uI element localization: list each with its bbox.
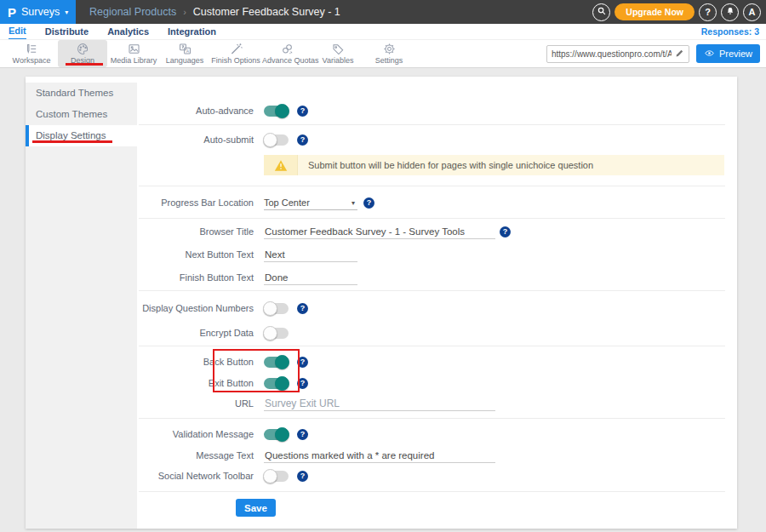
- next-button-text-input[interactable]: [264, 248, 357, 262]
- toolbar-right: Preview: [546, 44, 766, 63]
- help-icon[interactable]: ?: [297, 134, 308, 146]
- setting-row-display-question-numbers: Display Question Numbers?: [137, 300, 737, 315]
- social-network-toolbar-label: Social Network Toolbar: [137, 469, 254, 483]
- setting-row-encrypt-data: Encrypt Data: [137, 325, 737, 340]
- toolbar-item-languages[interactable]: A Languages: [160, 40, 209, 67]
- breadcrumb-parent[interactable]: Regional Products: [89, 6, 176, 18]
- breadcrumb-separator-icon: ›: [183, 7, 186, 17]
- toolbar-item-advance-quotas[interactable]: Advance Quotas: [262, 40, 312, 67]
- finish-button-text-label: Finish Button Text: [137, 271, 254, 285]
- nav-tab-integration[interactable]: Integration: [168, 25, 216, 39]
- auto-submit-label: Auto-submit: [137, 133, 254, 147]
- annotation-back-exit-highlight-box: [213, 349, 300, 392]
- brand-product-label: Surveys: [21, 6, 60, 18]
- toolbar-item-settings[interactable]: Settings: [364, 40, 414, 67]
- help-icon[interactable]: ?: [297, 471, 308, 482]
- sidebar-item-display-settings[interactable]: Display Settings: [26, 125, 137, 146]
- advance-quotas-icon: [262, 42, 312, 56]
- avatar-button[interactable]: A: [743, 3, 761, 21]
- eye-icon: [704, 48, 715, 60]
- next-button-text-label: Next Button Text: [137, 248, 254, 262]
- auto-advance-label: Auto-advance: [137, 104, 254, 118]
- display-settings-card: Standard Themes Custom Themes Display Se…: [26, 77, 737, 529]
- survey-nav: Edit Distribute Analytics Integration Re…: [0, 24, 766, 40]
- setting-row-next-button-text: Next Button Text: [137, 247, 737, 261]
- survey-url-box: [546, 45, 689, 63]
- variables-icon: [313, 42, 363, 56]
- languages-icon: A: [160, 42, 209, 56]
- divider: [139, 346, 725, 346]
- help-icon[interactable]: ?: [297, 429, 308, 440]
- chevron-down-icon: ▾: [352, 196, 355, 210]
- upgrade-now-button[interactable]: Upgrade Now: [615, 3, 695, 20]
- toolbar-item-media-library[interactable]: Media Library: [109, 40, 158, 67]
- nav-tab-distribute[interactable]: Distribute: [45, 25, 89, 39]
- browser-title-label: Browser Title: [137, 225, 254, 239]
- preview-button[interactable]: Preview: [696, 44, 760, 63]
- toolbar-item-finish-options[interactable]: Finish Options: [211, 40, 260, 67]
- annotation-display-settings-underline: [32, 140, 112, 143]
- responses-count[interactable]: Responses: 3: [701, 26, 759, 37]
- progress-bar-location-select[interactable]: Top Center▾: [264, 196, 357, 210]
- setting-row-auto-advance: Auto-advance?: [137, 103, 737, 117]
- divider: [139, 491, 725, 492]
- edit-pencil-icon[interactable]: [675, 46, 684, 61]
- divider: [139, 186, 725, 186]
- display-settings-panel: Auto-advance? Auto-submit? Submit button…: [137, 77, 737, 529]
- setting-row-validation-message: Validation Message?: [137, 426, 737, 441]
- brand-menu[interactable]: P Surveys ▾: [0, 0, 76, 24]
- setting-row-message-text: Message Text: [137, 448, 737, 462]
- auto-submit-toggle[interactable]: [264, 134, 289, 146]
- browser-title-input[interactable]: [264, 225, 495, 239]
- setting-row-auto-submit: Auto-submit?: [137, 132, 737, 146]
- exit-url-label: URL: [137, 397, 254, 411]
- help-icon[interactable]: ?: [500, 226, 511, 237]
- top-header: P Surveys ▾ Regional Products › Customer…: [0, 0, 766, 24]
- search-icon: [597, 6, 607, 18]
- help-menu-button[interactable]: ?: [699, 3, 717, 21]
- help-icon[interactable]: ?: [297, 303, 308, 314]
- warning-icon: [264, 155, 298, 175]
- chevron-down-icon: ▾: [65, 9, 68, 16]
- social-network-toolbar-toggle[interactable]: [264, 471, 289, 482]
- svg-text:A: A: [186, 49, 189, 54]
- finish-button-text-input[interactable]: [264, 271, 357, 285]
- message-text-label: Message Text: [137, 449, 254, 463]
- breadcrumb: Regional Products › Customer Feedback Su…: [89, 6, 340, 18]
- nav-tab-edit[interactable]: Edit: [9, 24, 26, 39]
- breadcrumb-current: Customer Feedback Survey - 1: [193, 6, 340, 18]
- save-button[interactable]: Save: [236, 499, 276, 517]
- warning-banner: Submit button will be hidden for pages w…: [264, 155, 724, 175]
- exit-url-input[interactable]: [264, 397, 495, 411]
- toolbar-item-workspace[interactable]: Workspace: [7, 40, 56, 67]
- encrypt-data-toggle[interactable]: [264, 328, 289, 339]
- divider: [139, 290, 725, 291]
- sidebar-item-standard-themes[interactable]: Standard Themes: [26, 83, 137, 104]
- help-icon[interactable]: ?: [297, 106, 308, 117]
- validation-message-label: Validation Message: [137, 427, 254, 442]
- design-sidebar: Standard Themes Custom Themes Display Se…: [26, 83, 137, 529]
- search-button[interactable]: [592, 3, 610, 21]
- auto-advance-toggle[interactable]: [264, 106, 289, 117]
- media-library-icon: [109, 42, 158, 56]
- questionpro-logo: P: [8, 6, 16, 19]
- progress-bar-location-label: Progress Bar Location: [137, 196, 254, 210]
- bell-icon: [725, 6, 735, 18]
- notifications-button[interactable]: [721, 3, 739, 21]
- workspace-icon: [7, 42, 56, 56]
- survey-url-input[interactable]: [552, 49, 672, 59]
- nav-tab-analytics[interactable]: Analytics: [107, 25, 149, 39]
- display-question-numbers-toggle[interactable]: [264, 303, 289, 314]
- finish-options-icon: [211, 42, 260, 56]
- settings-icon: [364, 42, 414, 56]
- help-icon[interactable]: ?: [363, 197, 374, 209]
- validation-message-toggle[interactable]: [264, 429, 289, 440]
- setting-row-exit-url: URL: [137, 396, 737, 410]
- header-actions: Upgrade Now ? A: [592, 3, 766, 21]
- sidebar-item-custom-themes[interactable]: Custom Themes: [26, 104, 137, 125]
- setting-row-social-network-toolbar: Social Network Toolbar?: [137, 468, 737, 483]
- setting-row-finish-button-text: Finish Button Text: [137, 270, 737, 284]
- toolbar-item-variables[interactable]: Variables: [313, 40, 363, 67]
- message-text-input[interactable]: [264, 449, 495, 463]
- design-palette-icon: [58, 42, 107, 56]
